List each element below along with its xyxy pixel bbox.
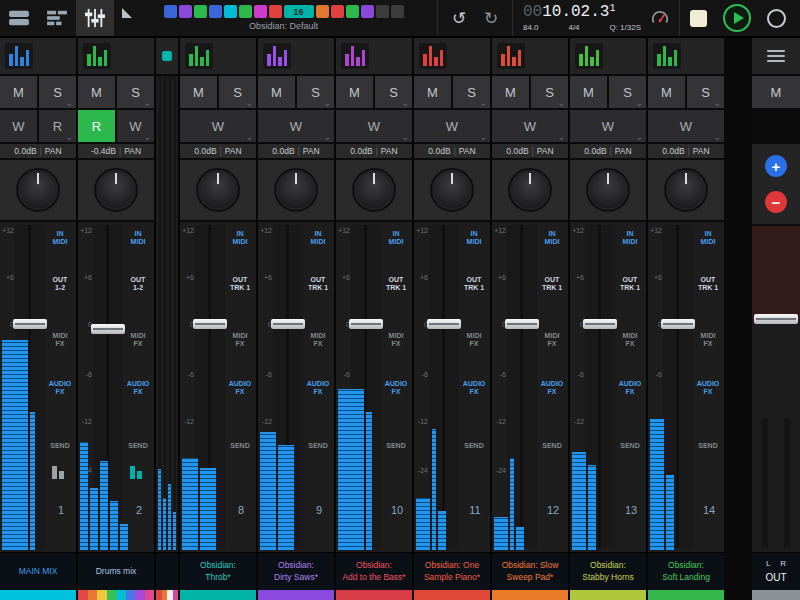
- instrument-icon[interactable]: [5, 43, 33, 69]
- group-icon[interactable]: [130, 466, 146, 479]
- scene-cell[interactable]: [209, 5, 222, 18]
- channel-name[interactable]: Obsidian: Stabby Horns: [570, 552, 646, 590]
- master-fader-handle[interactable]: [754, 314, 798, 324]
- routing-label[interactable]: OUT TRK 1: [460, 276, 488, 293]
- routing-label[interactable]: SEND: [124, 442, 152, 450]
- pan-knob[interactable]: [94, 168, 138, 212]
- master-name[interactable]: L R OUT: [752, 552, 800, 590]
- instrument-icon[interactable]: [263, 43, 291, 69]
- routing-label[interactable]: AUDIO FX: [460, 380, 488, 397]
- routing-label[interactable]: MIDI FX: [382, 332, 410, 349]
- channel-name[interactable]: Obsidian: Soft Landing: [648, 552, 724, 590]
- master-mute-button[interactable]: M: [752, 76, 800, 108]
- mixer-view-button[interactable]: [76, 0, 114, 36]
- mute-button[interactable]: M: [0, 76, 37, 108]
- collapsed-tracks-strip[interactable]: [156, 38, 178, 600]
- mute-button[interactable]: M: [336, 76, 373, 108]
- scene-cell[interactable]: [316, 5, 329, 18]
- mute-button[interactable]: M: [414, 76, 451, 108]
- scene-cell[interactable]: [179, 5, 192, 18]
- tempo-value[interactable]: 84.0: [523, 23, 539, 32]
- time-display[interactable]: 0010.02.31 84.0 4/4 Q: 1/32S: [523, 4, 641, 32]
- routing-label[interactable]: OUT 1-2: [124, 276, 152, 293]
- fader-handle[interactable]: [91, 324, 125, 334]
- menu-icon[interactable]: [767, 50, 785, 62]
- routing-label[interactable]: OUT TRK 1: [226, 276, 254, 293]
- record-button[interactable]: [767, 9, 786, 28]
- routing-label[interactable]: IN MIDI: [460, 230, 488, 247]
- routing-label[interactable]: SEND: [46, 442, 74, 450]
- routing-label[interactable]: SEND: [382, 442, 410, 450]
- pan-knob[interactable]: [16, 168, 60, 212]
- time-signature[interactable]: 4/4: [568, 23, 579, 32]
- routing-label[interactable]: SEND: [538, 442, 566, 450]
- automation-write-button[interactable]: W: [0, 110, 37, 142]
- mute-button[interactable]: M: [78, 76, 115, 108]
- channel-name[interactable]: Drums mix: [78, 552, 154, 590]
- routing-label[interactable]: SEND: [616, 442, 644, 450]
- scene-cell[interactable]: [346, 5, 359, 18]
- routing-label[interactable]: SEND: [304, 442, 332, 450]
- routing-label[interactable]: MIDI FX: [304, 332, 332, 349]
- routing-label[interactable]: OUT 1-2: [46, 276, 74, 293]
- pan-knob[interactable]: [586, 168, 630, 212]
- gain-pan-row[interactable]: -0.4dB|PAN: [78, 144, 154, 160]
- fader-handle[interactable]: [583, 319, 617, 329]
- fader-handle[interactable]: [13, 319, 47, 329]
- scene-current[interactable]: 16: [284, 5, 314, 18]
- scene-cell[interactable]: [331, 5, 344, 18]
- pan-knob[interactable]: [664, 168, 708, 212]
- stop-button[interactable]: [690, 10, 707, 27]
- remove-channel-button[interactable]: −: [765, 191, 787, 213]
- fader-handle[interactable]: [427, 319, 461, 329]
- play-button[interactable]: [723, 4, 751, 32]
- scene-cell[interactable]: [239, 5, 252, 18]
- pan-knob[interactable]: [508, 168, 552, 212]
- instrument-icon[interactable]: [341, 43, 369, 69]
- routing-label[interactable]: AUDIO FX: [46, 380, 74, 397]
- redo-button[interactable]: ↻: [480, 10, 502, 27]
- scene-cell[interactable]: [194, 5, 207, 18]
- scene-cell[interactable]: [254, 5, 267, 18]
- browser-button[interactable]: [0, 0, 38, 36]
- routing-label[interactable]: AUDIO FX: [226, 380, 254, 397]
- channel-name[interactable]: Obsidian: One Sample Piano*: [414, 552, 490, 590]
- mute-button[interactable]: M: [648, 76, 685, 108]
- routing-label[interactable]: SEND: [460, 442, 488, 450]
- routing-label[interactable]: AUDIO FX: [538, 380, 566, 397]
- pan-knob[interactable]: [352, 168, 396, 212]
- add-channel-button[interactable]: +: [765, 155, 787, 177]
- record-arm-button[interactable]: R: [78, 110, 115, 142]
- fader-handle[interactable]: [271, 319, 305, 329]
- scene-cell[interactable]: [269, 5, 282, 18]
- routing-label[interactable]: MIDI FX: [124, 332, 152, 349]
- instrument-icon[interactable]: [83, 43, 111, 69]
- pan-knob[interactable]: [274, 168, 318, 212]
- gain-pan-row[interactable]: 0.0dB|PAN: [258, 144, 334, 160]
- scene-cell[interactable]: [361, 5, 374, 18]
- routing-label[interactable]: SEND: [694, 442, 722, 450]
- routing-label[interactable]: AUDIO FX: [124, 380, 152, 397]
- gain-pan-row[interactable]: 0.0dB|PAN: [0, 144, 76, 160]
- scene-cell[interactable]: [224, 5, 237, 18]
- routing-label[interactable]: SEND: [226, 442, 254, 450]
- channel-name[interactable]: Obsidian: Dirty Saws*: [258, 552, 334, 590]
- fader-handle[interactable]: [505, 319, 539, 329]
- gain-pan-row[interactable]: 0.0dB|PAN: [492, 144, 568, 160]
- channel-name[interactable]: Obsidian: Throb*: [180, 552, 256, 590]
- channel-name[interactable]: Obsidian: Slow Sweep Pad*: [492, 552, 568, 590]
- routing-label[interactable]: MIDI FX: [226, 332, 254, 349]
- mute-button[interactable]: M: [492, 76, 529, 108]
- routing-label[interactable]: MIDI FX: [538, 332, 566, 349]
- routing-label[interactable]: IN MIDI: [382, 230, 410, 247]
- playhead-marker[interactable]: [122, 8, 132, 18]
- channel-name[interactable]: Obsidian: Add to the Bass*: [336, 552, 412, 590]
- routing-label[interactable]: AUDIO FX: [382, 380, 410, 397]
- routing-label[interactable]: MIDI FX: [694, 332, 722, 349]
- routing-label[interactable]: IN MIDI: [538, 230, 566, 247]
- fader-handle[interactable]: [349, 319, 383, 329]
- instrument-icon[interactable]: [575, 43, 603, 69]
- routing-label[interactable]: OUT TRK 1: [304, 276, 332, 293]
- routing-label[interactable]: AUDIO FX: [694, 380, 722, 397]
- scene-cell[interactable]: [164, 5, 177, 18]
